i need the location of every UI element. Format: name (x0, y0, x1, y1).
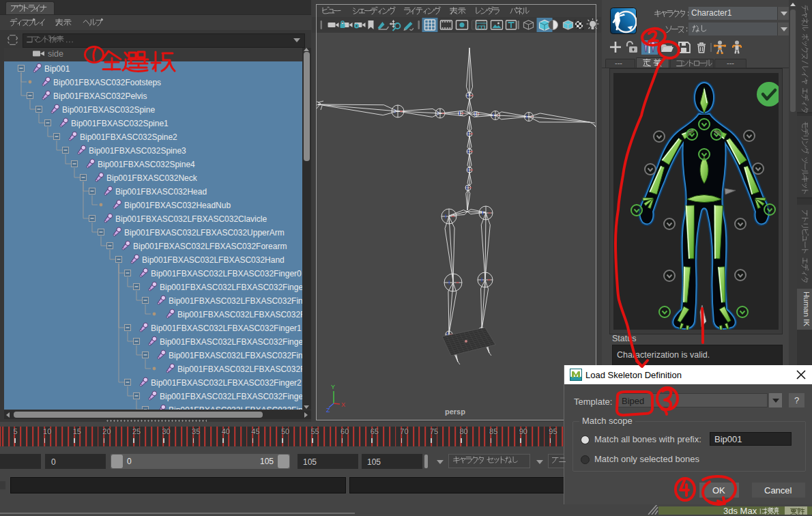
svg-text:side: side (48, 49, 63, 59)
svg-text:Bip001FBXASC032LFBXASC032Hand: Bip001FBXASC032LFBXASC032Hand (142, 255, 285, 265)
svg-text:Bip001FBXASC032LFBXASC032Finge: Bip001FBXASC032LFBXASC032Finger11 (160, 337, 302, 347)
svg-text:Bip001FBXASC032LFBXASC032Finge: Bip001FBXASC032LFBXASC032Finger02 (169, 296, 302, 306)
svg-text:Bip001FBXASC032LFBXASC032Finge: Bip001FBXASC032LFBXASC032Finger21 (160, 392, 302, 401)
svg-text:Bip001FBXASC032Head: Bip001FBXASC032Head (115, 187, 207, 197)
svg-text:Bip001: Bip001 (44, 64, 70, 74)
svg-text:Bip001FBXASC032LFBXASC032Finge: Bip001FBXASC032LFBXASC032Finger22 (169, 405, 302, 410)
svg-text:Bip001FBXASC032LFBXASC032Clavi: Bip001FBXASC032LFBXASC032Clavicle (115, 214, 267, 224)
svg-text:Bip001FBXASC032LFBXASC032Finge: Bip001FBXASC032LFBXASC032Finger2 (151, 378, 302, 388)
svg-text:Bip001FBXASC032LFBXASC032Finge: Bip001FBXASC032LFBXASC032Finger01 (160, 283, 302, 292)
svg-text:Bip001FBXASC032LFBXASC032Finge: Bip001FBXASC032LFBXASC032Finger1 (151, 324, 302, 333)
svg-text:Y: Y (331, 384, 335, 390)
svg-text:persp: persp (445, 407, 465, 416)
svg-text:Bip001FBXASC032LFBXASC032Finge: Bip001FBXASC032LFBXASC032Finger0Nub (177, 310, 302, 319)
svg-text:Bip001FBXASC032LFBXASC032Finge: Bip001FBXASC032LFBXASC032Finger0 (151, 269, 302, 278)
svg-text:Bip001FBXASC032Neck: Bip001FBXASC032Neck (106, 173, 198, 183)
svg-text:Bip001FBXASC032Spine4: Bip001FBXASC032Spine4 (98, 160, 195, 169)
svg-text:Bip001FBXASC032LFBXASC032Forea: Bip001FBXASC032LFBXASC032Forearm (133, 242, 287, 251)
svg-text:X: X (341, 401, 345, 408)
svg-text:Z: Z (326, 407, 330, 414)
svg-text:Bip001FBXASC032Pelvis: Bip001FBXASC032Pelvis (53, 91, 147, 101)
svg-text:Bip001FBXASC032LFBXASC032Finge: Bip001FBXASC032LFBXASC032Finger12 (169, 351, 302, 360)
svg-text:Bip001FBXASC032HeadNub: Bip001FBXASC032HeadNub (124, 201, 231, 210)
svg-text:Bip001FBXASC032Spine1: Bip001FBXASC032Spine1 (71, 119, 169, 128)
svg-text:Bip001FBXASC032Spine2: Bip001FBXASC032Spine2 (80, 132, 177, 142)
svg-text:Bip001FBXASC032LFBXASC032Finge: Bip001FBXASC032LFBXASC032Finger1Nub (177, 364, 302, 374)
svg-text:Bip001FBXASC032Footsteps: Bip001FBXASC032Footsteps (53, 78, 161, 87)
svg-text:Bip001FBXASC032Spine: Bip001FBXASC032Spine (62, 105, 155, 115)
svg-text:Bip001FBXASC032Spine3: Bip001FBXASC032Spine3 (89, 146, 186, 156)
svg-text:Bip001FBXASC032LFBXASC032Upper: Bip001FBXASC032LFBXASC032UpperArm (124, 228, 285, 238)
